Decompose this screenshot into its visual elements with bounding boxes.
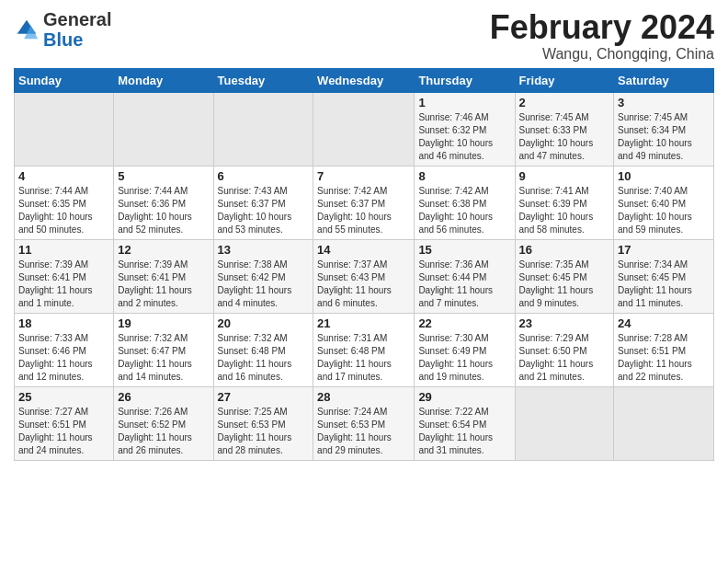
day-number: 4 xyxy=(18,169,109,183)
calendar-cell: 10Sunrise: 7:40 AM Sunset: 6:40 PM Dayli… xyxy=(614,166,714,239)
day-info: Sunrise: 7:38 AM Sunset: 6:42 PM Dayligh… xyxy=(218,259,310,310)
day-info: Sunrise: 7:31 AM Sunset: 6:48 PM Dayligh… xyxy=(317,332,410,384)
title-block: February 2024 Wangu, Chongqing, China xyxy=(490,9,714,63)
calendar-cell: 20Sunrise: 7:32 AM Sunset: 6:48 PM Dayli… xyxy=(213,313,313,386)
calendar-cell: 18Sunrise: 7:33 AM Sunset: 6:46 PM Dayli… xyxy=(15,313,114,386)
calendar-cell: 2Sunrise: 7:45 AM Sunset: 6:33 PM Daylig… xyxy=(515,92,614,166)
day-info: Sunrise: 7:27 AM Sunset: 6:51 PM Dayligh… xyxy=(18,406,109,457)
day-number: 9 xyxy=(519,169,610,183)
day-info: Sunrise: 7:36 AM Sunset: 6:44 PM Dayligh… xyxy=(418,259,510,310)
day-number: 27 xyxy=(218,390,310,404)
weekday-header: Tuesday xyxy=(213,68,313,92)
calendar-head: SundayMondayTuesdayWednesdayThursdayFrid… xyxy=(15,68,714,92)
calendar-cell: 15Sunrise: 7:36 AM Sunset: 6:44 PM Dayli… xyxy=(415,239,515,313)
weekday-row: SundayMondayTuesdayWednesdayThursdayFrid… xyxy=(15,68,714,92)
day-number: 3 xyxy=(618,96,710,109)
calendar-cell: 8Sunrise: 7:42 AM Sunset: 6:38 PM Daylig… xyxy=(415,166,515,239)
header: General Blue February 2024 Wangu, Chongq… xyxy=(14,9,714,63)
calendar-cell: 16Sunrise: 7:35 AM Sunset: 6:45 PM Dayli… xyxy=(515,239,614,313)
day-number: 11 xyxy=(18,243,109,257)
day-info: Sunrise: 7:33 AM Sunset: 6:46 PM Dayligh… xyxy=(18,332,109,384)
subtitle: Wangu, Chongqing, China xyxy=(490,46,714,63)
day-number: 7 xyxy=(317,169,410,183)
calendar-cell: 26Sunrise: 7:26 AM Sunset: 6:52 PM Dayli… xyxy=(114,386,213,460)
calendar-week-row: 25Sunrise: 7:27 AM Sunset: 6:51 PM Dayli… xyxy=(15,386,714,460)
calendar-week-row: 18Sunrise: 7:33 AM Sunset: 6:46 PM Dayli… xyxy=(15,313,714,386)
day-info: Sunrise: 7:25 AM Sunset: 6:53 PM Dayligh… xyxy=(218,406,310,457)
calendar-week-row: 4Sunrise: 7:44 AM Sunset: 6:35 PM Daylig… xyxy=(15,166,714,239)
day-number: 17 xyxy=(618,243,710,257)
calendar-cell: 27Sunrise: 7:25 AM Sunset: 6:53 PM Dayli… xyxy=(213,386,313,460)
day-number: 13 xyxy=(218,243,310,257)
day-number: 23 xyxy=(519,316,610,330)
day-number: 12 xyxy=(118,243,209,257)
calendar-cell: 29Sunrise: 7:22 AM Sunset: 6:54 PM Dayli… xyxy=(415,386,515,460)
day-info: Sunrise: 7:32 AM Sunset: 6:47 PM Dayligh… xyxy=(118,332,209,384)
day-number: 15 xyxy=(418,243,510,257)
calendar-cell xyxy=(313,92,415,166)
day-info: Sunrise: 7:37 AM Sunset: 6:43 PM Dayligh… xyxy=(317,259,410,310)
weekday-header: Sunday xyxy=(15,68,114,92)
day-info: Sunrise: 7:22 AM Sunset: 6:54 PM Dayligh… xyxy=(418,406,510,457)
day-number: 5 xyxy=(118,169,209,183)
day-info: Sunrise: 7:46 AM Sunset: 6:32 PM Dayligh… xyxy=(418,111,510,163)
day-number: 25 xyxy=(18,390,109,404)
calendar-cell: 1Sunrise: 7:46 AM Sunset: 6:32 PM Daylig… xyxy=(415,92,515,166)
day-number: 20 xyxy=(218,316,310,330)
main-title: February 2024 xyxy=(490,9,714,46)
day-info: Sunrise: 7:26 AM Sunset: 6:52 PM Dayligh… xyxy=(118,406,209,457)
day-info: Sunrise: 7:39 AM Sunset: 6:41 PM Dayligh… xyxy=(118,259,209,310)
day-number: 2 xyxy=(519,96,610,109)
day-info: Sunrise: 7:45 AM Sunset: 6:34 PM Dayligh… xyxy=(618,111,710,163)
calendar-week-row: 1Sunrise: 7:46 AM Sunset: 6:32 PM Daylig… xyxy=(15,92,714,166)
day-info: Sunrise: 7:34 AM Sunset: 6:45 PM Dayligh… xyxy=(618,259,710,310)
day-info: Sunrise: 7:28 AM Sunset: 6:51 PM Dayligh… xyxy=(618,332,710,384)
calendar: SundayMondayTuesdayWednesdayThursdayFrid… xyxy=(14,68,714,461)
day-number: 6 xyxy=(218,169,310,183)
calendar-cell: 11Sunrise: 7:39 AM Sunset: 6:41 PM Dayli… xyxy=(15,239,114,313)
calendar-cell: 23Sunrise: 7:29 AM Sunset: 6:50 PM Dayli… xyxy=(515,313,614,386)
day-number: 24 xyxy=(618,316,710,330)
day-number: 16 xyxy=(519,243,610,257)
logo-general: General xyxy=(43,9,111,29)
logo-blue: Blue xyxy=(43,29,83,50)
day-number: 26 xyxy=(118,390,209,404)
day-info: Sunrise: 7:40 AM Sunset: 6:40 PM Dayligh… xyxy=(618,185,710,236)
day-number: 8 xyxy=(418,169,510,183)
calendar-cell xyxy=(114,92,213,166)
day-number: 19 xyxy=(118,316,209,330)
weekday-header: Saturday xyxy=(614,68,714,92)
calendar-cell: 19Sunrise: 7:32 AM Sunset: 6:47 PM Dayli… xyxy=(114,313,213,386)
calendar-cell xyxy=(15,92,114,166)
calendar-cell xyxy=(213,92,313,166)
day-number: 10 xyxy=(618,169,710,183)
day-info: Sunrise: 7:45 AM Sunset: 6:33 PM Dayligh… xyxy=(519,111,610,163)
day-number: 21 xyxy=(317,316,410,330)
logo-text: General Blue xyxy=(43,9,111,50)
weekday-header: Wednesday xyxy=(313,68,415,92)
calendar-cell: 13Sunrise: 7:38 AM Sunset: 6:42 PM Dayli… xyxy=(213,239,313,313)
calendar-cell xyxy=(614,386,714,460)
day-info: Sunrise: 7:41 AM Sunset: 6:39 PM Dayligh… xyxy=(519,185,610,236)
calendar-cell: 24Sunrise: 7:28 AM Sunset: 6:51 PM Dayli… xyxy=(614,313,714,386)
day-info: Sunrise: 7:24 AM Sunset: 6:53 PM Dayligh… xyxy=(317,406,410,457)
logo-icon xyxy=(14,17,40,42)
calendar-cell: 22Sunrise: 7:30 AM Sunset: 6:49 PM Dayli… xyxy=(415,313,515,386)
day-info: Sunrise: 7:42 AM Sunset: 6:37 PM Dayligh… xyxy=(317,185,410,236)
calendar-cell: 17Sunrise: 7:34 AM Sunset: 6:45 PM Dayli… xyxy=(614,239,714,313)
day-number: 1 xyxy=(418,96,510,109)
day-number: 18 xyxy=(18,316,109,330)
day-info: Sunrise: 7:29 AM Sunset: 6:50 PM Dayligh… xyxy=(519,332,610,384)
day-info: Sunrise: 7:44 AM Sunset: 6:36 PM Dayligh… xyxy=(118,185,209,236)
weekday-header: Friday xyxy=(515,68,614,92)
calendar-cell: 5Sunrise: 7:44 AM Sunset: 6:36 PM Daylig… xyxy=(114,166,213,239)
day-info: Sunrise: 7:32 AM Sunset: 6:48 PM Dayligh… xyxy=(218,332,310,384)
calendar-cell xyxy=(515,386,614,460)
calendar-week-row: 11Sunrise: 7:39 AM Sunset: 6:41 PM Dayli… xyxy=(15,239,714,313)
calendar-cell: 6Sunrise: 7:43 AM Sunset: 6:37 PM Daylig… xyxy=(213,166,313,239)
logo: General Blue xyxy=(14,9,111,50)
day-info: Sunrise: 7:42 AM Sunset: 6:38 PM Dayligh… xyxy=(418,185,510,236)
day-info: Sunrise: 7:30 AM Sunset: 6:49 PM Dayligh… xyxy=(418,332,510,384)
day-info: Sunrise: 7:39 AM Sunset: 6:41 PM Dayligh… xyxy=(18,259,109,310)
calendar-body: 1Sunrise: 7:46 AM Sunset: 6:32 PM Daylig… xyxy=(15,92,714,460)
